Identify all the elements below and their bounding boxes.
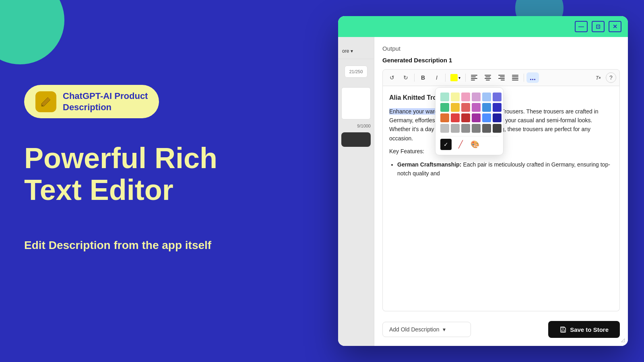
- color-swatch[interactable]: [482, 93, 491, 101]
- generated-title: Generated Description 1: [382, 57, 620, 64]
- svg-rect-9: [500, 76, 505, 77]
- color-tools: ✓ ╱ 🎨: [440, 136, 498, 150]
- color-swatch[interactable]: [482, 103, 491, 112]
- align-right-button[interactable]: [495, 72, 508, 83]
- svg-rect-14: [512, 78, 518, 79]
- char-counter-1: 21/250: [345, 66, 367, 78]
- svg-rect-2: [471, 78, 477, 79]
- hero-headline: Powerful Rich Text Editor: [24, 142, 274, 206]
- color-swatch[interactable]: [461, 103, 470, 112]
- chevron-down-icon: ▾: [351, 48, 353, 54]
- hero-subheadline: Edit Description from the app itself: [24, 238, 274, 253]
- help-button[interactable]: ?: [606, 72, 616, 83]
- left-panel: ChatGPT-AI Product Description Powerful …: [24, 0, 274, 362]
- editor-toolbar: ↺ ↻ B I ▾: [382, 69, 620, 86]
- svg-rect-17: [562, 327, 564, 328]
- chevron-down-icon-desc: ▾: [443, 326, 446, 333]
- sidebar-counter-section: 21/250: [338, 59, 374, 84]
- align-center-button[interactable]: [482, 72, 494, 83]
- output-label: Output: [382, 45, 620, 52]
- minimize-button[interactable]: —: [575, 21, 588, 32]
- svg-rect-13: [512, 76, 518, 77]
- color-swatch[interactable]: [461, 113, 470, 122]
- editor-bottom-bar: Add Old Description ▾ Save to Store: [382, 316, 620, 338]
- undo-button[interactable]: ↺: [386, 72, 398, 83]
- color-swatch[interactable]: [440, 93, 449, 101]
- color-swatch[interactable]: [472, 124, 481, 133]
- toolbar-separator-4: [524, 74, 524, 82]
- app-window: — ⊡ ✕ ore ▾ 21/250 9/1000 Output Generat: [338, 16, 628, 346]
- clear-format-button[interactable]: Tx: [592, 72, 604, 83]
- color-swatch[interactable]: [493, 113, 502, 122]
- save-to-store-label: Save to Store: [570, 326, 609, 333]
- color-swatch[interactable]: [482, 113, 491, 122]
- toolbar-separator-2: [445, 74, 446, 82]
- svg-rect-8: [498, 75, 505, 76]
- logo-icon: [35, 91, 56, 112]
- svg-rect-4: [485, 75, 491, 76]
- svg-rect-11: [501, 80, 505, 80]
- color-palette-button[interactable]: 🎨: [469, 139, 481, 150]
- toolbar-separator-1: [414, 74, 415, 82]
- highlight-color-button[interactable]: ▾: [448, 72, 463, 83]
- svg-rect-3: [471, 80, 475, 80]
- chevron-down-icon-highlight: ▾: [458, 76, 460, 80]
- svg-rect-0: [471, 75, 477, 76]
- color-swatch[interactable]: [461, 124, 470, 133]
- app-main: Output Generated Description 1 ↺ ↻ B I ▾: [374, 37, 628, 346]
- close-button[interactable]: ✕: [609, 21, 621, 32]
- features-list: German Craftsmanship: Each pair is metic…: [397, 160, 613, 178]
- redo-button[interactable]: ↻: [400, 72, 412, 83]
- color-swatch[interactable]: [451, 113, 460, 122]
- color-swatch[interactable]: [440, 113, 449, 122]
- add-old-description-dropdown[interactable]: Add Old Description ▾: [382, 322, 471, 337]
- add-old-desc-label: Add Old Description: [389, 326, 440, 333]
- sidebar-dropdown[interactable]: ore ▾: [342, 48, 370, 54]
- more-options-button[interactable]: ...: [526, 72, 539, 83]
- svg-rect-1: [471, 76, 476, 77]
- clear-color-button[interactable]: ╱: [455, 139, 466, 150]
- color-swatch[interactable]: [493, 93, 502, 101]
- toolbar-separator-3: [465, 74, 466, 82]
- sidebar-top-section: ore ▾: [338, 43, 374, 59]
- logo-title: ChatGPT-AI Product Description: [63, 90, 148, 113]
- color-swatch[interactable]: [461, 93, 470, 101]
- resize-handle[interactable]: ◿: [621, 337, 625, 343]
- window-controls: — ⊡ ✕: [575, 21, 621, 32]
- logo-badge: ChatGPT-AI Product Description: [24, 85, 159, 118]
- window-titlebar: — ⊡ ✕: [338, 16, 628, 37]
- color-swatch[interactable]: [451, 124, 460, 133]
- color-swatch[interactable]: [440, 124, 449, 133]
- highlight-swatch: [450, 74, 458, 81]
- italic-button[interactable]: I: [431, 72, 443, 83]
- color-picker-popup: ✓ ╱ 🎨: [435, 87, 504, 155]
- feature-1: German Craftsmanship: Each pair is metic…: [397, 160, 613, 178]
- char-counter-2: 9/1000: [338, 123, 374, 129]
- align-left-button[interactable]: [468, 72, 480, 83]
- app-sidebar: ore ▾ 21/250 9/1000: [338, 37, 374, 346]
- svg-rect-10: [498, 78, 505, 79]
- svg-rect-5: [485, 76, 490, 77]
- svg-rect-7: [486, 80, 490, 80]
- color-swatch[interactable]: [482, 124, 491, 133]
- svg-rect-16: [562, 330, 564, 332]
- window-body: ore ▾ 21/250 9/1000 Output Generated Des…: [338, 37, 628, 346]
- svg-rect-15: [512, 80, 518, 80]
- black-color-button[interactable]: ✓: [440, 139, 452, 150]
- color-swatch[interactable]: [472, 93, 481, 101]
- color-swatch[interactable]: [451, 103, 460, 112]
- color-swatch[interactable]: [472, 113, 481, 122]
- svg-rect-6: [485, 78, 491, 79]
- save-icon: [559, 326, 567, 333]
- color-swatch[interactable]: [493, 103, 502, 112]
- color-swatch[interactable]: [440, 103, 449, 112]
- sidebar-action-button[interactable]: [341, 132, 371, 147]
- color-swatch[interactable]: [451, 93, 460, 101]
- align-justify-button[interactable]: [509, 72, 521, 83]
- color-swatch[interactable]: [493, 124, 502, 133]
- sidebar-input-area[interactable]: [341, 87, 371, 119]
- bold-button[interactable]: B: [417, 72, 429, 83]
- color-swatch[interactable]: [472, 103, 481, 112]
- save-to-store-button[interactable]: Save to Store: [548, 321, 620, 338]
- restore-button[interactable]: ⊡: [592, 21, 605, 32]
